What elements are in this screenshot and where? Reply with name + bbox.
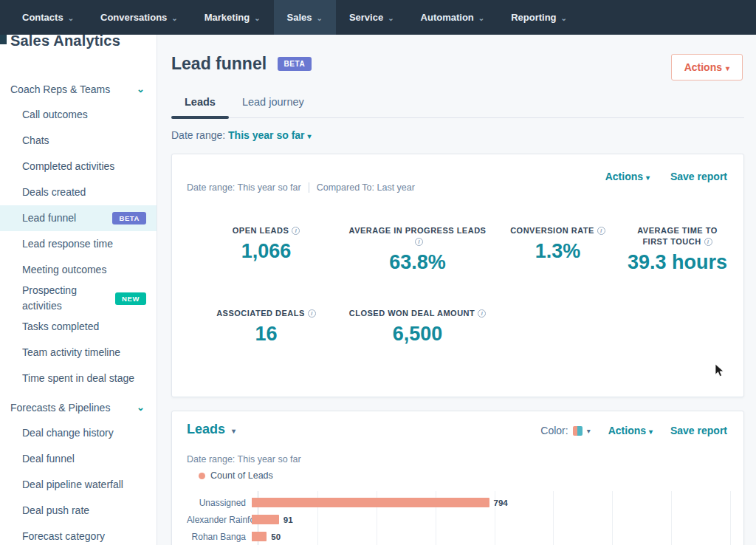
sidebar-item-label: Deal push rate xyxy=(22,503,89,518)
sidebar-item-label: Meeting outcomes xyxy=(22,262,106,278)
metric-label: OPEN LEADS xyxy=(233,226,289,235)
bar-unassigned[interactable] xyxy=(252,498,489,507)
chevron-down-icon: ▾ xyxy=(587,427,591,435)
main-content: Lead funnel BETA Actions▾ Leads Lead jou… xyxy=(157,35,756,545)
sidebar-item-label: Forecast category xyxy=(22,529,105,544)
sidebar-section-coach-reps-teams[interactable]: Coach Reps & Teams ⌄ xyxy=(0,76,157,102)
nav-item-label: Conversations xyxy=(100,12,167,23)
nav-item-label: Sales xyxy=(287,12,312,23)
chevron-down-icon: ▾ xyxy=(232,427,236,435)
metric-value: 39.3 hours xyxy=(626,251,729,274)
date-range-label: Date range: xyxy=(171,129,225,141)
sidebar-section-label: Coach Reps & Teams xyxy=(10,83,110,95)
save-report-button[interactable]: Save report xyxy=(670,425,727,436)
date-range-dropdown[interactable]: This year so far ▾ xyxy=(228,129,311,141)
card-actions-label: Actions xyxy=(605,171,643,182)
chart-row-alexander-rainford: Alexander Rainford 91 xyxy=(187,511,730,528)
metric-value: 63.8% xyxy=(346,251,489,274)
info-icon[interactable]: i xyxy=(308,309,316,318)
nav-item-reporting[interactable]: Reporting ⌄ xyxy=(498,0,580,35)
sidebar-item-label: Team activity timeline xyxy=(22,345,120,360)
sidebar-item-tasks-completed[interactable]: Tasks completed xyxy=(0,314,157,340)
top-navigation: Contacts ⌄ Conversations ⌄ Marketing ⌄ S… xyxy=(0,0,756,35)
beta-badge: BETA xyxy=(278,57,312,71)
chart-legend-item[interactable]: Count of Leads xyxy=(199,470,273,481)
sidebar-item-team-activity-timeline[interactable]: Team activity timeline xyxy=(0,340,157,366)
chevron-down-icon: ⌄ xyxy=(68,14,74,22)
sidebar-section-label: Forecasts & Pipelines xyxy=(10,402,110,414)
sidebar-item-deals-created[interactable]: Deals created xyxy=(0,179,157,205)
color-picker-label: Color: xyxy=(540,425,568,436)
sidebar-item-label: Chats xyxy=(22,133,49,148)
card-actions: Actions ▾ Save report xyxy=(605,171,727,182)
actions-button[interactable]: Actions▾ xyxy=(671,54,743,80)
sidebar-item-lead-response-time[interactable]: Lead response time xyxy=(0,231,157,257)
info-icon[interactable]: i xyxy=(478,309,486,318)
legend-label: Count of Leads xyxy=(210,470,273,481)
sidebar-item-prospecting-activities[interactable]: Prospecting activities NEW xyxy=(0,283,157,314)
nav-item-service[interactable]: Service ⌄ xyxy=(336,0,408,35)
sidebar-item-chats[interactable]: Chats xyxy=(0,128,157,154)
sidebar-item-meeting-outcomes[interactable]: Meeting outcomes xyxy=(0,257,157,283)
bar-value: 91 xyxy=(284,515,293,524)
metric-value: 6,500 xyxy=(349,323,487,346)
metric-associated-deals: ASSOCIATED DEALSi 16 xyxy=(216,308,316,346)
nav-item-sales[interactable]: Sales ⌄ xyxy=(274,0,336,35)
sidebar-item-label: Call outcomes xyxy=(22,107,88,123)
divider xyxy=(309,182,309,193)
info-icon[interactable]: i xyxy=(415,238,423,246)
info-icon[interactable]: i xyxy=(704,238,712,246)
chevron-down-icon: ⌄ xyxy=(137,402,145,413)
nav-item-label: Service xyxy=(349,12,383,23)
nav-item-automation[interactable]: Automation ⌄ xyxy=(408,0,498,35)
sidebar-item-label: Lead response time xyxy=(22,236,113,252)
save-report-button[interactable]: Save report xyxy=(670,171,727,182)
sidebar-item-completed-activities[interactable]: Completed activities xyxy=(0,154,157,179)
nav-item-contacts[interactable]: Contacts ⌄ xyxy=(9,0,87,35)
sidebar-item-call-outcomes[interactable]: Call outcomes xyxy=(0,102,157,128)
sidebar: Sales Analytics Coach Reps & Teams ⌄ Cal… xyxy=(0,35,157,545)
card-compared-to: Compared To: Last year xyxy=(317,182,415,193)
leads-chart-title-dropdown[interactable]: Leads ▾ xyxy=(187,422,236,437)
sidebar-item-label: Deals created xyxy=(22,185,86,200)
sidebar-item-deal-push-rate[interactable]: Deal push rate xyxy=(0,498,157,524)
horizontal-bar-chart: Unassigned 794 Alexander Rainford 91 Roh… xyxy=(187,488,730,545)
chart-date-range: Date range: This year so far xyxy=(187,454,301,465)
chevron-down-icon: ⌄ xyxy=(478,14,484,22)
nav-item-conversations[interactable]: Conversations ⌄ xyxy=(87,0,191,35)
sidebar-section-forecasts-pipelines[interactable]: Forecasts & Pipelines ⌄ xyxy=(0,394,157,420)
metric-closed-won-deal-amount: CLOSED WON DEAL AMOUNTi 6,500 xyxy=(349,308,487,346)
chevron-down-icon: ⌄ xyxy=(388,14,394,22)
sidebar-item-deal-funnel[interactable]: Deal funnel xyxy=(0,446,157,472)
screen-edge-artifact xyxy=(0,35,7,44)
chevron-down-icon: ▾ xyxy=(726,64,729,72)
nav-item-label: Automation xyxy=(421,12,474,23)
sidebar-item-deal-pipeline-waterfall[interactable]: Deal pipeline waterfall xyxy=(0,472,157,498)
beta-badge: BETA xyxy=(112,212,146,224)
info-icon[interactable]: i xyxy=(292,227,300,235)
sidebar-item-label: Tasks completed xyxy=(22,319,99,335)
metric-label: AVERAGE IN PROGRESS LEADS xyxy=(349,226,487,235)
sidebar-item-label: Lead funnel xyxy=(22,210,76,226)
bar-alexander-rainford[interactable] xyxy=(252,515,279,524)
bar-rohan-banga[interactable] xyxy=(252,532,267,541)
card-actions-dropdown[interactable]: Actions ▾ xyxy=(605,171,650,182)
page-title: Sales Analytics xyxy=(0,32,157,49)
color-picker-dropdown[interactable]: Color: ▾ xyxy=(540,425,590,436)
nav-item-label: Reporting xyxy=(511,12,556,23)
tab-label: Lead journey xyxy=(242,96,304,108)
metric-value: 1,066 xyxy=(233,240,300,263)
info-icon[interactable]: i xyxy=(597,227,605,235)
sidebar-item-time-spent-in-deal-stage[interactable]: Time spent in deal stage xyxy=(0,366,157,391)
sidebar-item-lead-funnel[interactable]: Lead funnel BETA xyxy=(0,205,157,231)
lead-funnel-metrics-card: Actions ▾ Save report Date range: This y… xyxy=(171,154,744,397)
sidebar-item-forecast-category[interactable]: Forecast category xyxy=(0,524,157,545)
bar-value: 794 xyxy=(494,498,508,507)
sidebar-item-deal-change-history[interactable]: Deal change history xyxy=(0,420,157,446)
tab-lead-journey[interactable]: Lead journey xyxy=(229,90,317,117)
chart-actions-dropdown[interactable]: Actions ▾ xyxy=(608,425,653,436)
metric-average-in-progress-leads: AVERAGE IN PROGRESS LEADSi 63.8% xyxy=(346,225,489,274)
chart-plot-rows: Unassigned 794 Alexander Rainford 91 Roh… xyxy=(187,488,730,545)
tab-leads[interactable]: Leads xyxy=(171,90,229,117)
nav-item-marketing[interactable]: Marketing ⌄ xyxy=(191,0,274,35)
